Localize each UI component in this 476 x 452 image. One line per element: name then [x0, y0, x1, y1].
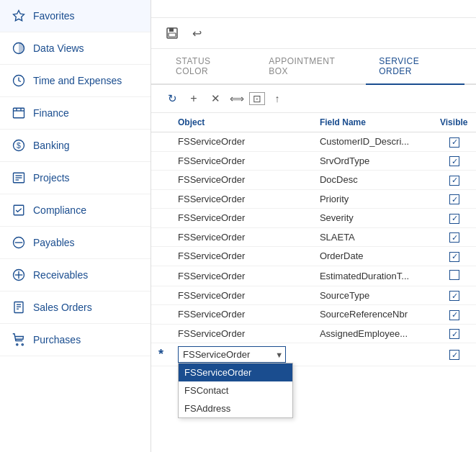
- field-cell: SrvOrdType: [313, 151, 433, 171]
- field-cell: Priority: [313, 189, 433, 209]
- dropdown-option[interactable]: FSContact: [179, 381, 292, 399]
- svg-point-23: [17, 344, 18, 345]
- add-button[interactable]: +: [184, 89, 203, 108]
- object-cell: FSServiceOrder: [171, 266, 313, 286]
- sidebar-item-finance[interactable]: Finance: [0, 97, 151, 130]
- visible-cell[interactable]: [433, 227, 476, 247]
- table-container: Object Field Name Visible FSServiceOrder…: [151, 113, 476, 452]
- favorites-icon: [12, 9, 26, 23]
- visible-cell[interactable]: [433, 151, 476, 171]
- payables-icon: [12, 235, 26, 250]
- visible-cell[interactable]: [433, 286, 476, 305]
- visible-checkbox[interactable]: [449, 156, 459, 166]
- sidebar-item-projects[interactable]: Projects: [0, 162, 151, 194]
- sales-orders-icon: [12, 300, 26, 315]
- field-cell: AssignedEmployee...: [313, 324, 433, 343]
- field-cell: EstimatedDurationT...: [313, 266, 433, 286]
- new-row-marker: *: [151, 343, 171, 366]
- dropdown-option[interactable]: FSServiceOrder: [179, 363, 292, 381]
- row-marker: [151, 209, 171, 228]
- sidebar-item-receivables[interactable]: Receivables: [0, 259, 151, 291]
- field-cell: DocDesc: [313, 171, 433, 190]
- visible-checkbox[interactable]: [449, 232, 459, 243]
- undo-button[interactable]: ↩: [187, 24, 206, 42]
- new-row-field-cell: [313, 343, 433, 366]
- table-row: FSServiceOrder Severity: [151, 209, 476, 228]
- visible-cell[interactable]: [433, 189, 476, 209]
- svg-rect-13: [14, 205, 24, 215]
- new-row-visible-cell[interactable]: [433, 343, 476, 366]
- object-dropdown-input[interactable]: [178, 346, 286, 363]
- object-cell: FSServiceOrder: [171, 189, 313, 209]
- dropdown-option[interactable]: FSAddress: [179, 399, 292, 417]
- object-cell: FSServiceOrder: [171, 305, 313, 325]
- visible-checkbox[interactable]: [449, 310, 459, 320]
- row-marker: [151, 266, 171, 286]
- svg-marker-0: [14, 11, 24, 21]
- sidebar-item-sales-orders[interactable]: Sales Orders: [0, 291, 151, 324]
- visible-cell[interactable]: [433, 171, 476, 190]
- sidebar-label-data-views: Data Views: [33, 42, 84, 54]
- table-row: FSServiceOrder SLAETA: [151, 227, 476, 247]
- visible-checkbox[interactable]: [449, 137, 459, 148]
- visible-cell[interactable]: [433, 247, 476, 266]
- purchases-icon: [12, 333, 26, 347]
- visible-cell[interactable]: [433, 305, 476, 325]
- compliance-icon: [12, 203, 26, 217]
- svg-point-24: [22, 344, 23, 345]
- object-cell: FSServiceOrder: [171, 324, 313, 343]
- table-row: FSServiceOrder SrvOrdType: [151, 151, 476, 171]
- projects-icon: [12, 171, 26, 185]
- field-cell: CustomerID_Descri...: [313, 132, 433, 152]
- visible-checkbox[interactable]: [449, 194, 459, 204]
- sidebar-label-time-expenses: Time and Expenses: [33, 75, 122, 86]
- sidebar-item-banking[interactable]: $ Banking: [0, 130, 151, 162]
- sidebar-item-time-expenses[interactable]: Time and Expenses: [0, 65, 151, 97]
- sidebar-item-data-views[interactable]: Data Views: [0, 32, 151, 65]
- fit-button[interactable]: ⟺: [228, 89, 246, 108]
- finance-icon: [12, 106, 26, 120]
- field-cell: SourceType: [313, 286, 433, 305]
- delete-button[interactable]: ✕: [206, 89, 225, 108]
- visible-checkbox[interactable]: [449, 252, 459, 262]
- refresh-button[interactable]: ↻: [163, 89, 181, 108]
- sidebar-item-payables[interactable]: Payables: [0, 227, 151, 259]
- visible-cell[interactable]: [433, 209, 476, 228]
- new-row-visible-checkbox[interactable]: [449, 350, 459, 360]
- visible-cell[interactable]: [433, 132, 476, 152]
- visible-checkbox[interactable]: [449, 270, 459, 280]
- svg-rect-27: [169, 33, 176, 37]
- row-marker: [151, 151, 171, 171]
- row-marker: [151, 171, 171, 190]
- sidebar-label-banking: Banking: [33, 140, 70, 151]
- receivables-icon: [12, 268, 26, 282]
- toggle-button[interactable]: ⊡: [249, 92, 265, 105]
- visible-checkbox[interactable]: [449, 329, 459, 339]
- row-marker: [151, 305, 171, 325]
- new-row-object-cell[interactable]: ▼ FSServiceOrder FSContact FSAddress: [171, 343, 313, 366]
- table-row: FSServiceOrder CustomerID_Descri...: [151, 132, 476, 152]
- svg-rect-26: [169, 28, 174, 32]
- row-marker: [151, 227, 171, 247]
- col-marker: [151, 113, 171, 132]
- visible-cell[interactable]: [433, 324, 476, 343]
- object-cell: FSServiceOrder: [171, 286, 313, 305]
- sidebar-item-compliance[interactable]: Compliance: [0, 194, 151, 227]
- save-button[interactable]: [163, 24, 181, 42]
- table-row: FSServiceOrder SourceType: [151, 286, 476, 305]
- upload-button[interactable]: ↑: [268, 89, 287, 108]
- visible-checkbox[interactable]: [449, 176, 459, 186]
- tab-appointment-box[interactable]: APPOINTMENT BOX: [256, 49, 366, 83]
- table-row: FSServiceOrder EstimatedDurationT...: [151, 266, 476, 286]
- object-cell: FSServiceOrder: [171, 132, 313, 152]
- sidebar-item-purchases[interactable]: Purchases: [0, 324, 151, 356]
- visible-checkbox[interactable]: [449, 214, 459, 224]
- tab-service-order[interactable]: SERVICE ORDER: [366, 49, 464, 85]
- top-toolbar: ↩: [151, 18, 476, 49]
- visible-checkbox[interactable]: [449, 291, 459, 301]
- visible-cell[interactable]: [433, 266, 476, 286]
- svg-rect-19: [14, 302, 23, 313]
- table-row: FSServiceOrder SourceReferenceNbr: [151, 305, 476, 325]
- sidebar-item-favorites[interactable]: Favorites: [0, 0, 151, 32]
- tab-status-color[interactable]: STATUS COLOR: [163, 49, 256, 83]
